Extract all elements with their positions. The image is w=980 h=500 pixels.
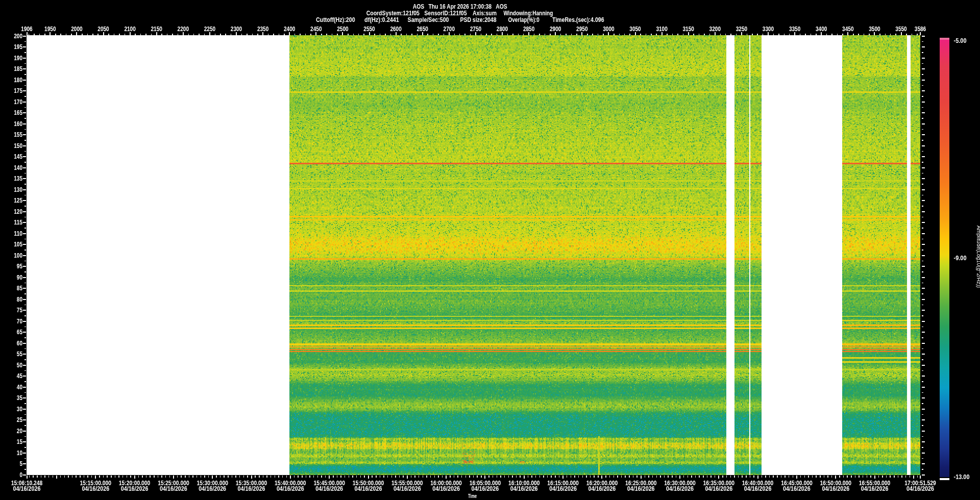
svg-text:140: 140 — [14, 164, 22, 171]
svg-text:04/16/2026: 04/16/2026 — [355, 485, 382, 492]
svg-text:125: 125 — [14, 197, 22, 204]
svg-text:1950: 1950 — [44, 26, 56, 33]
svg-text:04/16/2026: 04/16/2026 — [199, 485, 226, 492]
svg-text:2750: 2750 — [470, 26, 482, 33]
svg-text:165: 165 — [14, 109, 22, 116]
svg-text:145: 145 — [14, 153, 22, 160]
svg-text:Cuttoff(Hz):200: Cuttoff(Hz):200 — [316, 16, 355, 23]
svg-text:3350: 3350 — [789, 26, 801, 33]
svg-text:120: 120 — [14, 208, 22, 215]
svg-text:04/16/2026: 04/16/2026 — [666, 485, 694, 492]
svg-text:200: 200 — [14, 33, 22, 40]
svg-text:100: 100 — [14, 252, 22, 259]
svg-text:Thu 16 Apr 2026 17:00:38: Thu 16 Apr 2026 17:00:38 — [428, 3, 492, 10]
svg-text:90: 90 — [17, 274, 22, 281]
svg-text:3300: 3300 — [763, 26, 774, 33]
svg-text:04/16/2026: 04/16/2026 — [510, 485, 538, 492]
svg-text:2350: 2350 — [257, 26, 269, 33]
svg-text:Amplitude(Log10(g^2/Hz)): Amplitude(Log10(g^2/Hz)) — [976, 226, 980, 288]
svg-text:2450: 2450 — [310, 26, 322, 33]
svg-text:45: 45 — [17, 372, 22, 380]
svg-text:30: 30 — [17, 406, 22, 413]
svg-text:15: 15 — [17, 438, 22, 445]
svg-text:2800: 2800 — [497, 26, 508, 33]
svg-text:95: 95 — [17, 263, 22, 270]
svg-text:04/16/2026: 04/16/2026 — [315, 485, 343, 492]
svg-text:195: 195 — [14, 43, 22, 51]
svg-text:-13.00: -13.00 — [954, 473, 970, 481]
svg-text:2950: 2950 — [576, 26, 588, 33]
svg-text:04/16/2026: 04/16/2026 — [783, 485, 811, 492]
svg-text:60: 60 — [17, 340, 22, 347]
svg-text:04/16/2026: 04/16/2026 — [472, 485, 499, 492]
svg-text:-9.00: -9.00 — [954, 255, 967, 262]
svg-text:04/16/2026: 04/16/2026 — [394, 485, 421, 492]
svg-text:3050: 3050 — [629, 26, 641, 33]
svg-text:85: 85 — [17, 285, 22, 292]
svg-text:2500: 2500 — [337, 26, 349, 33]
svg-text:2600: 2600 — [390, 26, 402, 33]
svg-text:2650: 2650 — [417, 26, 429, 33]
svg-text:170: 170 — [14, 98, 22, 106]
svg-text:55: 55 — [17, 351, 22, 358]
svg-text:2100: 2100 — [124, 26, 136, 33]
svg-text:2200: 2200 — [178, 26, 189, 33]
svg-text:110: 110 — [14, 230, 22, 237]
svg-text:40: 40 — [17, 384, 22, 391]
svg-text:04/16/2026: 04/16/2026 — [432, 485, 460, 492]
svg-text:20: 20 — [17, 428, 22, 435]
svg-text:-5.00: -5.00 — [954, 37, 967, 44]
svg-text:2850: 2850 — [523, 26, 535, 33]
svg-text:PSD size:2048: PSD size:2048 — [460, 16, 496, 23]
svg-text:50: 50 — [17, 362, 22, 369]
svg-text:180: 180 — [14, 77, 22, 84]
svg-text:2900: 2900 — [550, 26, 561, 33]
svg-text:2250: 2250 — [204, 26, 216, 33]
svg-text:80: 80 — [17, 296, 22, 303]
svg-text:3200: 3200 — [709, 26, 721, 33]
svg-text:04/16/2026: 04/16/2026 — [277, 485, 304, 492]
svg-text:155: 155 — [14, 131, 22, 138]
svg-text:04/16/2026: 04/16/2026 — [160, 485, 187, 492]
svg-text:AOS: AOS — [496, 3, 507, 10]
svg-text:3100: 3100 — [656, 26, 668, 33]
svg-text:df(Hz):0.2441: df(Hz):0.2441 — [364, 16, 399, 23]
svg-text:2000: 2000 — [71, 26, 83, 33]
svg-text:3000: 3000 — [603, 26, 615, 33]
svg-text:75: 75 — [17, 307, 22, 314]
svg-text:130: 130 — [14, 186, 22, 193]
svg-text:2700: 2700 — [444, 26, 455, 33]
svg-text:185: 185 — [14, 65, 22, 72]
svg-text:04/16/2026: 04/16/2026 — [744, 485, 772, 492]
svg-text:160: 160 — [14, 120, 22, 128]
svg-text:Sample/Sec:500: Sample/Sec:500 — [408, 16, 449, 23]
svg-text:0: 0 — [19, 471, 22, 479]
svg-text:04/16/2026: 04/16/2026 — [13, 485, 41, 492]
svg-text:AOS: AOS — [413, 3, 425, 10]
svg-text:115: 115 — [14, 219, 22, 226]
svg-text:04/16/2026: 04/16/2026 — [627, 485, 655, 492]
svg-text:Time: Time — [468, 493, 477, 499]
svg-text:2550: 2550 — [363, 26, 375, 33]
svg-text:04/16/2026: 04/16/2026 — [121, 485, 149, 492]
svg-text:175: 175 — [14, 87, 22, 94]
svg-text:65: 65 — [17, 329, 22, 336]
svg-text:3500: 3500 — [869, 26, 880, 33]
svg-text:3400: 3400 — [816, 26, 827, 33]
svg-text:190: 190 — [14, 55, 22, 62]
svg-text:2300: 2300 — [231, 26, 242, 33]
svg-text:135: 135 — [14, 175, 22, 182]
svg-text:3250: 3250 — [736, 26, 748, 33]
svg-text:TimeRes.(sec):4.096: TimeRes.(sec):4.096 — [552, 16, 604, 23]
svg-text:04/16/2026: 04/16/2026 — [822, 485, 849, 492]
svg-text:35: 35 — [17, 394, 22, 402]
svg-text:04/16/2026: 04/16/2026 — [705, 485, 732, 492]
svg-text:2400: 2400 — [284, 26, 296, 33]
svg-text:25: 25 — [17, 416, 22, 423]
svg-text:Overlap(%):0: Overlap(%):0 — [508, 16, 540, 23]
svg-text:5: 5 — [19, 460, 22, 467]
svg-text:3586: 3586 — [915, 26, 926, 33]
svg-text:04/16/2026: 04/16/2026 — [861, 485, 889, 492]
svg-text:2150: 2150 — [151, 26, 163, 33]
svg-text:105: 105 — [14, 241, 22, 248]
